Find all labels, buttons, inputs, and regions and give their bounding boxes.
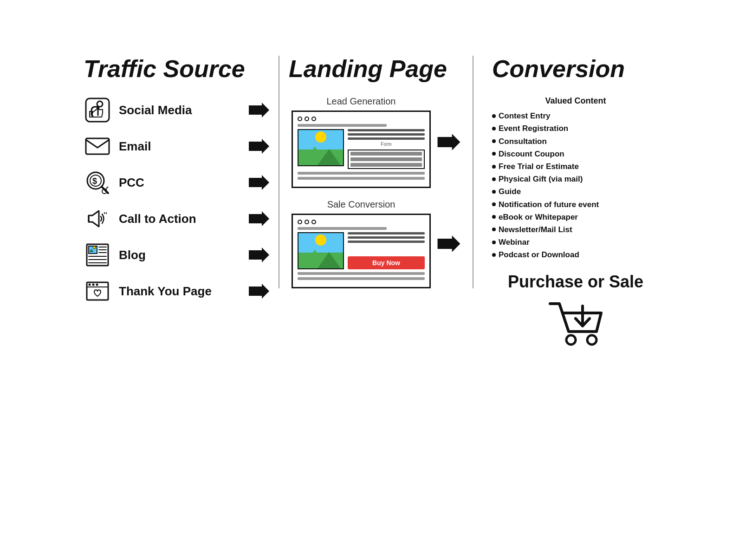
svg-text:$: $ bbox=[92, 176, 97, 186]
conversion-column: Conversion Valued Content Contest Entry … bbox=[473, 56, 678, 350]
thankyou-arrow bbox=[249, 283, 269, 300]
lead-gen-mockup-wrapper: Lead Generation bbox=[292, 96, 431, 188]
sale-conversion-section: Sale Conversion bbox=[289, 199, 463, 288]
dot3 bbox=[311, 117, 316, 121]
svg-point-29 bbox=[92, 284, 95, 286]
svg-point-35 bbox=[566, 335, 576, 345]
bullet-8 bbox=[492, 202, 496, 206]
list-item-newsletter: Newsletter/Mail List bbox=[492, 223, 659, 236]
dot2 bbox=[305, 117, 309, 121]
bullet-1 bbox=[492, 114, 496, 118]
thankyou-icon bbox=[84, 277, 111, 305]
svg-marker-4 bbox=[249, 139, 269, 154]
pcc-arrow bbox=[249, 174, 269, 191]
bullet-12 bbox=[492, 253, 496, 257]
sdot3 bbox=[311, 220, 316, 224]
svg-point-1 bbox=[97, 101, 103, 107]
svg-rect-3 bbox=[86, 138, 109, 154]
bottom-line1 bbox=[298, 172, 425, 175]
svg-point-36 bbox=[587, 335, 596, 345]
traffic-item-social-media: Social Media bbox=[84, 96, 269, 124]
social-media-label: Social Media bbox=[119, 103, 241, 117]
mountain-right2 bbox=[318, 252, 341, 268]
sale-conv-arrow bbox=[437, 234, 460, 253]
valued-content-list: Contest Entry Event Registration Consult… bbox=[492, 110, 659, 261]
svg-marker-25 bbox=[249, 247, 269, 262]
sale-conv-mockup: Buy Now bbox=[292, 214, 431, 288]
bottom-line2 bbox=[298, 177, 425, 180]
landing-items-container: Lead Generation bbox=[289, 96, 463, 288]
email-icon bbox=[84, 132, 111, 160]
sdot2 bbox=[305, 220, 309, 224]
content-row-lead: Form bbox=[298, 129, 425, 169]
svg-point-30 bbox=[96, 284, 98, 286]
text-lines-lead bbox=[348, 129, 425, 140]
conversion-heading: Conversion bbox=[492, 56, 659, 82]
main-container: Traffic Source Social Media bbox=[0, 0, 752, 560]
sale-right-col: Buy Now bbox=[348, 232, 425, 269]
list-item-podcast: Podcast or Download bbox=[492, 248, 659, 261]
list-item-ebook: eBook or Whitepaper bbox=[492, 211, 659, 223]
sale-bottom-line1 bbox=[298, 272, 425, 275]
pcc-label: PCC bbox=[119, 176, 241, 190]
cta-arrow bbox=[249, 210, 269, 227]
cart-icon bbox=[545, 299, 606, 350]
landing-page-column: Landing Page Lead Generation bbox=[279, 56, 473, 288]
stline1 bbox=[348, 232, 425, 234]
list-item-free-trial: Free Trial or Estimate bbox=[492, 160, 659, 173]
traffic-source-heading: Traffic Source bbox=[84, 56, 269, 82]
list-item-discount: Discount Coupon bbox=[492, 148, 659, 160]
lead-gen-row: Lead Generation bbox=[292, 96, 460, 188]
stline2 bbox=[348, 236, 425, 239]
page-image-sale bbox=[298, 232, 344, 269]
bullet-2 bbox=[492, 127, 496, 130]
blog-label: Blog bbox=[119, 248, 241, 262]
lead-generation-section: Lead Generation bbox=[289, 96, 463, 188]
landing-page-heading: Landing Page bbox=[289, 56, 463, 82]
tline1 bbox=[348, 129, 425, 131]
stline3 bbox=[348, 241, 425, 243]
sun bbox=[317, 133, 325, 141]
tline2 bbox=[348, 133, 425, 136]
bullet-7 bbox=[492, 190, 496, 194]
form-area: Form bbox=[348, 129, 425, 169]
bullet-6 bbox=[492, 177, 496, 181]
svg-point-28 bbox=[89, 284, 91, 286]
traffic-item-blog: Blog bbox=[84, 241, 269, 269]
bullet-4 bbox=[492, 152, 496, 156]
list-item-consultation: Consultation bbox=[492, 135, 659, 148]
traffic-item-thankyou: Thank You Page bbox=[84, 277, 269, 305]
bullet-5 bbox=[492, 165, 496, 169]
thankyou-label: Thank You Page bbox=[119, 284, 241, 299]
content-row-sale: Buy Now bbox=[298, 232, 425, 269]
traffic-items-list: Social Media Email bbox=[84, 96, 269, 305]
mockup-dots-lead bbox=[298, 117, 425, 121]
form-field3 bbox=[350, 163, 422, 167]
social-media-icon bbox=[84, 96, 111, 124]
buy-now-button[interactable]: Buy Now bbox=[348, 256, 425, 269]
lead-gen-mockup: Form bbox=[292, 111, 431, 188]
traffic-source-column: Traffic Source Social Media bbox=[74, 56, 279, 305]
traffic-item-pcc: $ PCC bbox=[84, 169, 269, 196]
blog-arrow bbox=[249, 247, 269, 263]
cart-container bbox=[492, 299, 659, 350]
lead-gen-arrow bbox=[437, 133, 460, 151]
form-field2 bbox=[350, 157, 422, 161]
bullet-11 bbox=[492, 241, 496, 244]
sale-header-line bbox=[298, 227, 387, 230]
list-item-notification: Notification of future event bbox=[492, 198, 659, 211]
tline3 bbox=[348, 137, 425, 140]
traffic-item-cta: Call to Action bbox=[84, 205, 269, 233]
purchase-heading: Purchase or Sale bbox=[492, 272, 659, 292]
svg-point-18 bbox=[93, 246, 96, 249]
cta-icon bbox=[84, 205, 111, 233]
list-item-webinar: Webinar bbox=[492, 236, 659, 248]
bullet-9 bbox=[492, 215, 496, 219]
list-item-contest: Contest Entry bbox=[492, 110, 659, 122]
header-line bbox=[298, 124, 387, 127]
email-arrow bbox=[249, 138, 269, 155]
valued-content-label: Valued Content bbox=[492, 96, 659, 106]
sale-conv-mockup-wrapper: Sale Conversion bbox=[292, 199, 431, 288]
mountain-right bbox=[318, 149, 341, 165]
blog-icon bbox=[84, 241, 111, 269]
